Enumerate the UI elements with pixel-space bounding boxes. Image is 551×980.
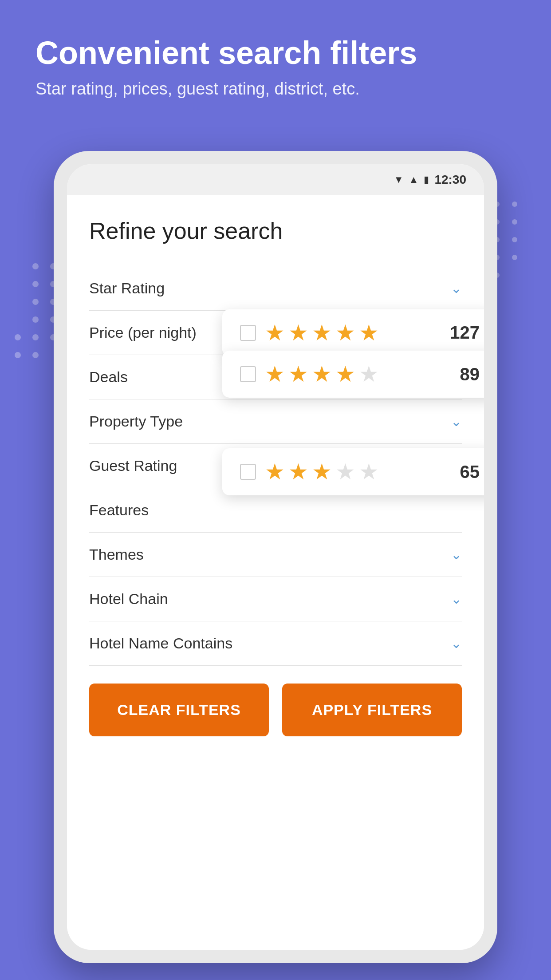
svg-point-4 bbox=[32, 281, 39, 287]
filter-label-features: Features bbox=[89, 502, 149, 519]
filter-label-star-rating: Star Rating bbox=[89, 280, 165, 297]
filter-row-price[interactable]: Price (per night) ⌄ ★ ★ ★ ★ ★ bbox=[89, 311, 462, 355]
star-1: ★ bbox=[265, 322, 285, 344]
star-3: ★ bbox=[312, 322, 332, 344]
chevron-down-icon: ⌄ bbox=[451, 281, 462, 296]
filter-label-hotel-chain: Hotel Chain bbox=[89, 590, 168, 608]
chevron-down-icon: ⌄ bbox=[451, 547, 462, 562]
stars-row-3: ★ ★ ★ ★ ★ bbox=[265, 461, 444, 483]
star-1: ★ bbox=[265, 363, 285, 385]
buttons-area: CLEAR FILTERS APPLY FILTERS bbox=[89, 666, 462, 750]
wifi-icon: ▼ bbox=[394, 174, 404, 186]
battery-icon: ▮ bbox=[424, 174, 429, 186]
star-5: ★ bbox=[359, 322, 379, 344]
star-card-5: ★ ★ ★ ★ ★ 127 bbox=[222, 309, 484, 356]
status-bar: ▼ ▲ ▮ 12:30 bbox=[67, 164, 484, 195]
count-3star: 65 bbox=[453, 462, 480, 482]
star-2: ★ bbox=[288, 363, 308, 385]
app-content: Refine your search Star Rating ⌄ Price (… bbox=[67, 195, 484, 950]
svg-point-8 bbox=[32, 299, 39, 305]
checkbox-3star[interactable] bbox=[240, 464, 256, 480]
svg-point-45 bbox=[512, 255, 517, 260]
count-4star: 89 bbox=[453, 364, 480, 384]
filter-row-deals[interactable]: Deals ★ ★ ★ ★ ★ 89 bbox=[89, 355, 462, 399]
header-subtitle: Star rating, prices, guest rating, distr… bbox=[35, 79, 516, 99]
star-4-empty: ★ bbox=[335, 461, 355, 483]
filter-label-property-type: Property Type bbox=[89, 413, 183, 430]
svg-point-17 bbox=[32, 334, 39, 340]
star-card-3: ★ ★ ★ ★ ★ 65 bbox=[222, 448, 484, 495]
phone-inner: ▼ ▲ ▮ 12:30 Refine your search Star Rati… bbox=[67, 164, 484, 950]
clear-filters-button[interactable]: CLEAR FILTERS bbox=[89, 684, 269, 736]
filter-row-star-rating[interactable]: Star Rating ⌄ bbox=[89, 266, 462, 311]
filter-row-property-type[interactable]: Property Type ⌄ bbox=[89, 399, 462, 444]
apply-filters-button[interactable]: APPLY FILTERS bbox=[282, 684, 462, 736]
filter-label-deals: Deals bbox=[89, 368, 128, 386]
star-card-4: ★ ★ ★ ★ ★ 89 bbox=[222, 351, 484, 398]
filter-row-hotel-name[interactable]: Hotel Name Contains ⌄ bbox=[89, 621, 462, 666]
star-dropdown-container: ★ ★ ★ ★ ★ 127 bbox=[222, 309, 484, 356]
signal-icon: ▲ bbox=[409, 174, 419, 186]
star-card-4-wrapper: ★ ★ ★ ★ ★ 89 bbox=[222, 351, 484, 398]
star-5-empty: ★ bbox=[359, 363, 379, 385]
star-3: ★ bbox=[312, 363, 332, 385]
star-3: ★ bbox=[312, 461, 332, 483]
stars-row-4: ★ ★ ★ ★ ★ bbox=[265, 363, 444, 385]
chevron-down-icon: ⌄ bbox=[451, 636, 462, 651]
svg-point-37 bbox=[512, 219, 517, 225]
filter-row-hotel-chain[interactable]: Hotel Chain ⌄ bbox=[89, 577, 462, 621]
header: Convenient search filters Star rating, p… bbox=[35, 36, 516, 99]
filter-row-themes[interactable]: Themes ⌄ bbox=[89, 533, 462, 577]
checkbox-5star[interactable] bbox=[240, 325, 256, 341]
filter-label-hotel-name: Hotel Name Contains bbox=[89, 635, 232, 652]
star-2: ★ bbox=[288, 322, 308, 344]
checkbox-4star[interactable] bbox=[240, 366, 256, 382]
filter-label-price: Price (per night) bbox=[89, 324, 197, 341]
page-title: Refine your search bbox=[89, 217, 462, 244]
star-4: ★ bbox=[335, 322, 355, 344]
status-time: 12:30 bbox=[434, 173, 466, 187]
stars-row-5: ★ ★ ★ ★ ★ bbox=[265, 322, 441, 344]
star-1: ★ bbox=[265, 461, 285, 483]
svg-point-12 bbox=[32, 316, 39, 323]
svg-point-16 bbox=[15, 334, 21, 340]
svg-point-19 bbox=[15, 352, 21, 358]
svg-point-20 bbox=[32, 352, 39, 358]
chevron-down-icon: ⌄ bbox=[451, 591, 462, 607]
star-card-3-wrapper: ★ ★ ★ ★ ★ 65 bbox=[222, 448, 484, 495]
header-title: Convenient search filters bbox=[35, 36, 516, 71]
svg-point-0 bbox=[32, 263, 39, 269]
svg-point-41 bbox=[512, 237, 517, 242]
filter-row-guest-rating[interactable]: Guest Rating ★ ★ ★ ★ ★ 65 bbox=[89, 444, 462, 488]
filter-label-guest-rating: Guest Rating bbox=[89, 457, 177, 474]
filter-label-themes: Themes bbox=[89, 546, 144, 563]
star-4: ★ bbox=[335, 363, 355, 385]
star-2: ★ bbox=[288, 461, 308, 483]
chevron-down-icon: ⌄ bbox=[451, 414, 462, 429]
star-5-empty: ★ bbox=[359, 461, 379, 483]
phone-frame: ▼ ▲ ▮ 12:30 Refine your search Star Rati… bbox=[54, 151, 497, 963]
count-5star: 127 bbox=[450, 323, 480, 343]
svg-point-33 bbox=[512, 202, 517, 207]
phone-mockup: ▼ ▲ ▮ 12:30 Refine your search Star Rati… bbox=[54, 151, 497, 963]
